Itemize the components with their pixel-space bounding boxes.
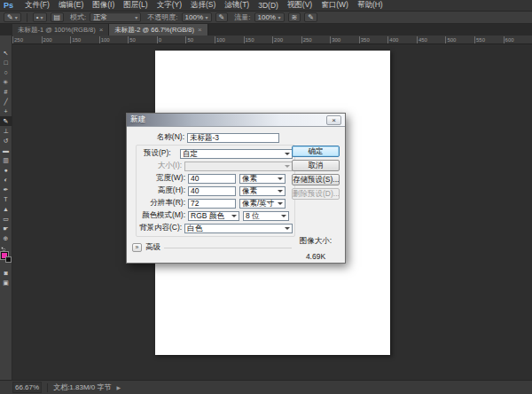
ruler-tick: 150: [70, 36, 99, 43]
type-tool[interactable]: T: [0, 194, 12, 204]
menu-file[interactable]: 文件(F): [20, 0, 54, 11]
tab-untitled-1[interactable]: 未标题-1 @ 100%(RGB/8) ×: [12, 24, 109, 35]
quick-mask-button[interactable]: ◙: [0, 268, 12, 278]
new-document-dialog: 新建 × 名称(N): 未标题-3 预设(P): 自定 大小(I): 宽度(W)…: [126, 113, 346, 264]
resolution-label: 分辨率(R):: [137, 198, 188, 209]
tab-untitled-2[interactable]: 未标题-2 @ 66.7%(RGB/8) ×: [109, 24, 207, 35]
marquee-tool[interactable]: □: [0, 58, 12, 67]
blend-mode-value: 正常: [93, 12, 107, 22]
width-unit-select[interactable]: 像素: [239, 174, 286, 184]
menu-view[interactable]: 视图(V): [283, 0, 317, 11]
screen-mode-icon: ▣: [3, 280, 9, 287]
ruler-tick: 150: [244, 36, 273, 43]
clone-stamp-icon: ⊥: [3, 128, 8, 135]
dodge-tool[interactable]: ◐: [0, 175, 12, 185]
quick-selection-tool[interactable]: ✳: [0, 77, 12, 87]
ruler-tick: 350: [359, 36, 388, 43]
blend-mode-select[interactable]: 正常 ▾: [90, 12, 141, 22]
default-colors-icon[interactable]: [1, 247, 6, 251]
eyedropper-tool[interactable]: ╱: [0, 97, 12, 106]
rectangle-tool[interactable]: ▭: [0, 214, 12, 224]
menu-help[interactable]: 帮助(H): [353, 0, 387, 11]
brush-preset-picker[interactable]: • ▾: [33, 12, 47, 22]
status-menu-arrow-icon[interactable]: ▶: [117, 384, 121, 390]
resolution-unit-select[interactable]: 像素/英寸: [239, 199, 286, 209]
tool-preset-picker[interactable]: ✎ ▾: [4, 12, 21, 22]
opacity-label: 不透明度:: [147, 12, 177, 22]
name-input[interactable]: 未标题-3: [187, 133, 279, 143]
clone-stamp-tool[interactable]: ⊥: [0, 126, 12, 136]
blur-tool[interactable]: ●: [0, 165, 12, 175]
resolution-input[interactable]: 72: [188, 199, 236, 209]
menu-layer[interactable]: 图层(L): [119, 0, 152, 11]
flow-select[interactable]: 100% ▾: [254, 12, 285, 22]
menu-type[interactable]: 文字(Y): [153, 0, 186, 11]
type-icon: T: [4, 196, 7, 202]
background-select[interactable]: 白色: [184, 224, 293, 233]
eyedropper-icon: ╱: [4, 98, 7, 106]
airbrush-toggle[interactable]: ≋: [288, 12, 301, 22]
close-icon[interactable]: ×: [198, 26, 202, 34]
image-size-label: 图像大小:: [292, 236, 340, 247]
separator: [27, 13, 27, 22]
gradient-icon: ▥: [3, 157, 9, 164]
pen-tool[interactable]: ✒: [0, 185, 12, 194]
close-icon[interactable]: ×: [326, 115, 341, 125]
ruler-tick: 500: [445, 36, 474, 43]
healing-brush-tool[interactable]: +: [0, 106, 12, 116]
background-color-swatch[interactable]: [5, 256, 12, 263]
dialog-title-bar[interactable]: 新建 ×: [127, 114, 345, 127]
width-input[interactable]: 40: [188, 174, 236, 184]
opacity-pressure-toggle[interactable]: ✎: [215, 12, 229, 22]
ruler-tick: 550: [474, 36, 504, 43]
move-tool[interactable]: ↖: [0, 48, 12, 58]
hand-icon: ☛: [3, 225, 8, 232]
ok-button[interactable]: 确定: [292, 146, 340, 157]
height-unit-select[interactable]: 像素: [239, 186, 286, 196]
ruler-tick: 200: [272, 36, 301, 43]
opacity-value: 100%: [185, 13, 203, 21]
size-label: 大小(I):: [137, 161, 184, 171]
height-input[interactable]: 40: [188, 186, 236, 196]
gradient-tool[interactable]: ▥: [0, 155, 12, 165]
size-pressure-toggle[interactable]: ✎: [304, 12, 317, 22]
photoshop-logo: Ps: [0, 1, 20, 10]
preset-select[interactable]: 自定: [180, 149, 293, 159]
flow-label: 流量:: [234, 12, 250, 22]
path-selection-tool[interactable]: ▲: [0, 204, 12, 214]
eraser-tool[interactable]: ▬: [0, 146, 12, 155]
save-preset-button[interactable]: 存储预设(S)...: [292, 174, 340, 185]
bit-depth-select[interactable]: 8 位: [243, 211, 289, 221]
menu-select[interactable]: 选择(S): [186, 0, 220, 11]
close-icon[interactable]: ×: [99, 26, 104, 34]
tab-label: 未标题-2 @ 66.7%(RGB/8): [114, 26, 194, 35]
ruler-tick: 50: [128, 36, 157, 43]
menu-image[interactable]: 图像(I): [88, 0, 119, 11]
ruler-tick: 250: [12, 36, 42, 43]
cancel-button[interactable]: 取消: [292, 160, 340, 171]
brush-tool[interactable]: ✎: [0, 116, 12, 126]
crop-tool[interactable]: #: [0, 87, 12, 97]
menu-filter[interactable]: 滤镜(T): [220, 0, 254, 11]
advanced-expander[interactable]: »: [132, 243, 142, 252]
menu-window[interactable]: 窗口(W): [317, 0, 353, 11]
menu-3d[interactable]: 3D(D): [254, 1, 283, 10]
zoom-level-input[interactable]: 66.67%: [12, 382, 42, 393]
menu-edit[interactable]: 编辑(E): [54, 0, 88, 11]
photoshop-window: Ps 文件(F) 编辑(E) 图像(I) 图层(L) 文字(Y) 选择(S) 滤…: [0, 0, 532, 394]
horizontal-ruler[interactable]: 250 200 150 100 50 0 50 100 150 200 250 …: [12, 35, 532, 44]
zoom-tool[interactable]: ⊕: [0, 233, 12, 243]
width-row: 宽度(W): 40 像素: [137, 173, 293, 184]
history-brush-tool[interactable]: ↺: [0, 136, 12, 146]
screen-mode-button[interactable]: ▣: [0, 278, 12, 288]
brush-panel-toggle[interactable]: ▤: [51, 12, 65, 22]
image-size-info: 图像大小: 4.69K: [292, 236, 340, 261]
blur-icon: ●: [4, 167, 7, 173]
color-mode-select[interactable]: RGB 颜色: [188, 211, 239, 221]
dialog-buttons: 确定 取消 存储预设(S)... 删除预设(D)... 图像大小: 4.69K: [292, 146, 340, 261]
background-row: 背景内容(C): 白色: [137, 223, 293, 233]
lasso-tool[interactable]: ○: [0, 67, 12, 77]
opacity-select[interactable]: 100% ▾: [182, 12, 212, 22]
hand-tool[interactable]: ☛: [0, 224, 12, 233]
ruler-tick: 300: [330, 36, 359, 43]
